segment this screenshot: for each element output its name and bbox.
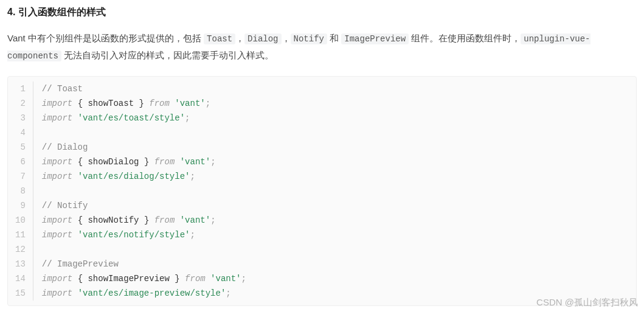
line-number: 12 [14,242,27,257]
section-heading: 4. 引入函数组件的样式 [7,6,637,19]
code-line: import { showToast } from 'vant'; [42,96,246,111]
intro-paragraph: Vant 中有个别组件是以函数的形式提供的，包括 Toast，Dialog，No… [7,30,637,64]
code-line: import 'vant/es/image-preview/style'; [42,286,246,301]
line-number: 10 [14,213,27,228]
code-block: 123456789101112131415 // Toastimport { s… [7,76,637,306]
line-number: 7 [14,169,27,184]
code-line: import 'vant/es/notify/style'; [42,228,246,242]
code-line: // Dialog [42,140,246,155]
text-segment: 无法自动引入对应的样式，因此需要手动引入样式。 [61,50,274,60]
inline-code-imagepreview: ImagePreview [341,33,409,44]
line-number: 1 [14,82,27,96]
line-number: 2 [14,96,27,111]
line-number: 9 [14,198,27,213]
text-segment: 组件。在使用函数组件时， [409,33,521,43]
code-content: // Toastimport { showToast } from 'vant'… [33,82,255,301]
code-line [42,184,246,198]
text-segment: ， [235,33,244,43]
line-number: 3 [14,111,27,125]
code-line [42,125,246,140]
line-number: 15 [14,286,27,301]
inline-code-notify: Notify [291,33,327,44]
text-segment: 和 [327,33,341,43]
inline-code-toast: Toast [204,33,235,44]
inline-code-dialog: Dialog [244,33,281,44]
text-segment: Vant 中有个别组件是以函数的形式提供的，包括 [7,33,204,43]
code-line: import { showDialog } from 'vant'; [42,155,246,169]
code-gutter: 123456789101112131415 [8,82,33,301]
line-number: 8 [14,184,27,198]
code-line: import { showNotify } from 'vant'; [42,213,246,228]
line-number: 11 [14,228,27,242]
code-line: // Toast [42,82,246,96]
line-number: 14 [14,271,27,286]
code-line: // ImagePreview [42,257,246,271]
code-line [42,242,246,257]
line-number: 5 [14,140,27,155]
line-number: 4 [14,125,27,140]
line-number: 6 [14,155,27,169]
line-number: 13 [14,257,27,271]
code-line: import 'vant/es/dialog/style'; [42,169,246,184]
code-line: import { showImagePreview } from 'vant'; [42,271,246,286]
text-segment: ， [282,33,291,43]
code-line: import 'vant/es/toast/style'; [42,111,246,125]
code-line: // Notify [42,198,246,213]
